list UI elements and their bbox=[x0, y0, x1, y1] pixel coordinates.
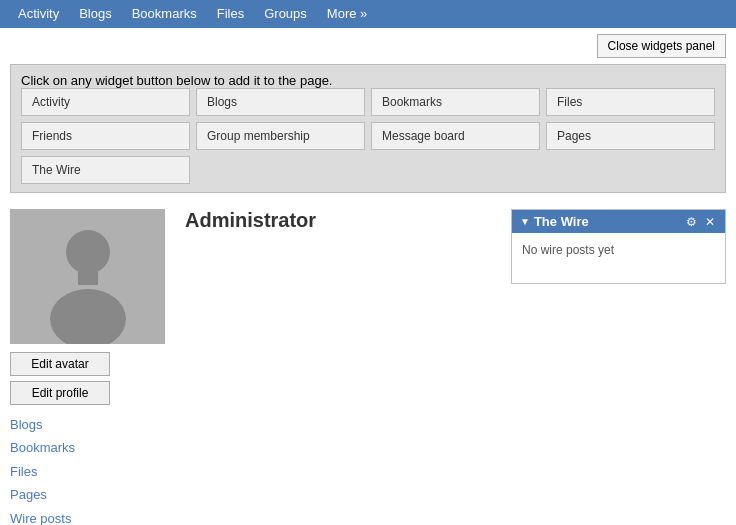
avatar-box bbox=[10, 209, 165, 344]
wire-triangle-icon: ▼ bbox=[520, 216, 530, 227]
left-links: Blogs Bookmarks Files Pages Wire posts bbox=[10, 413, 175, 525]
nav-item-files[interactable]: Files bbox=[207, 0, 254, 28]
nav-item-activity[interactable]: Activity bbox=[8, 0, 69, 28]
top-nav: Activity Blogs Bookmarks Files Groups Mo… bbox=[0, 0, 736, 28]
wire-panel: ▼ The Wire ⚙ ✕ No wire posts yet bbox=[511, 209, 726, 284]
wire-actions: ⚙ ✕ bbox=[684, 215, 717, 229]
center-column: Administrator bbox=[185, 209, 501, 525]
svg-point-1 bbox=[50, 289, 126, 344]
widget-btn-group-membership[interactable]: Group membership bbox=[196, 122, 365, 150]
widgets-panel: Click on any widget button below to add … bbox=[10, 64, 726, 193]
left-link-wire-posts[interactable]: Wire posts bbox=[10, 507, 175, 525]
close-widgets-area: Close widgets panel bbox=[0, 28, 736, 58]
edit-avatar-button[interactable]: Edit avatar bbox=[10, 352, 110, 376]
widgets-instruction: Click on any widget button below to add … bbox=[21, 73, 715, 88]
left-column: Edit avatar Edit profile Blogs Bookmarks… bbox=[10, 209, 175, 525]
wire-settings-icon[interactable]: ⚙ bbox=[684, 215, 699, 229]
widget-btn-bookmarks[interactable]: Bookmarks bbox=[371, 88, 540, 116]
wire-body: No wire posts yet bbox=[512, 233, 725, 283]
widget-btn-friends[interactable]: Friends bbox=[21, 122, 190, 150]
nav-item-blogs[interactable]: Blogs bbox=[69, 0, 122, 28]
left-link-blogs[interactable]: Blogs bbox=[10, 413, 175, 436]
wire-empty-message: No wire posts yet bbox=[522, 243, 614, 257]
wire-title: ▼ The Wire bbox=[520, 214, 589, 229]
close-widgets-button[interactable]: Close widgets panel bbox=[597, 34, 726, 58]
widget-btn-blogs[interactable]: Blogs bbox=[196, 88, 365, 116]
widget-grid: Activity Blogs Bookmarks Files Friends G… bbox=[21, 88, 715, 184]
edit-profile-button[interactable]: Edit profile bbox=[10, 381, 110, 405]
widget-btn-pages[interactable]: Pages bbox=[546, 122, 715, 150]
wire-close-icon[interactable]: ✕ bbox=[703, 215, 717, 229]
left-link-bookmarks[interactable]: Bookmarks bbox=[10, 436, 175, 459]
main-content: Edit avatar Edit profile Blogs Bookmarks… bbox=[0, 199, 736, 525]
nav-item-bookmarks[interactable]: Bookmarks bbox=[122, 0, 207, 28]
widget-btn-message-board[interactable]: Message board bbox=[371, 122, 540, 150]
avatar-silhouette bbox=[38, 214, 138, 344]
widget-btn-activity[interactable]: Activity bbox=[21, 88, 190, 116]
wire-title-text: The Wire bbox=[534, 214, 589, 229]
left-link-pages[interactable]: Pages bbox=[10, 483, 175, 506]
wire-header: ▼ The Wire ⚙ ✕ bbox=[512, 210, 725, 233]
svg-point-0 bbox=[66, 230, 110, 274]
nav-item-more[interactable]: More » bbox=[317, 0, 377, 28]
right-column: ▼ The Wire ⚙ ✕ No wire posts yet bbox=[511, 209, 726, 525]
widget-btn-the-wire[interactable]: The Wire bbox=[21, 156, 190, 184]
user-name: Administrator bbox=[185, 209, 501, 232]
nav-item-groups[interactable]: Groups bbox=[254, 0, 317, 28]
left-link-files[interactable]: Files bbox=[10, 460, 175, 483]
svg-rect-2 bbox=[78, 270, 98, 285]
widget-btn-files[interactable]: Files bbox=[546, 88, 715, 116]
